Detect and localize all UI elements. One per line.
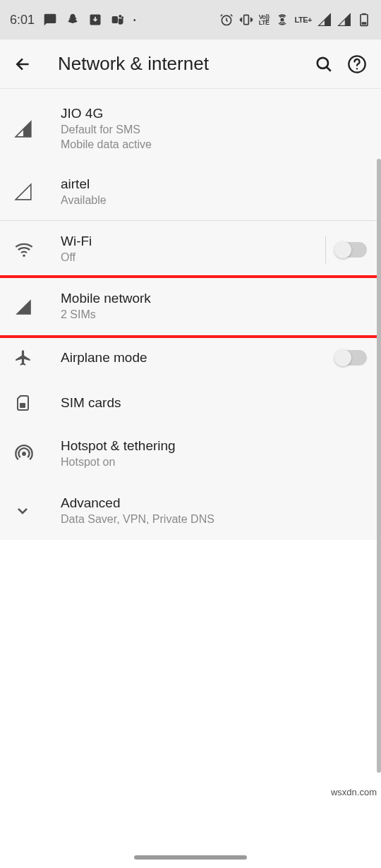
search-icon[interactable]: [315, 55, 333, 73]
svg-point-15: [22, 452, 26, 456]
sim2-name: airtel: [61, 176, 367, 192]
signal-2-icon: [337, 13, 351, 27]
settings-list: JIO 4G Default for SMS Mobile data activ…: [0, 89, 381, 540]
svg-point-3: [121, 16, 123, 18]
battery-icon: [357, 13, 371, 27]
wifi-toggle[interactable]: [336, 242, 367, 258]
signal-1-icon: [318, 13, 332, 27]
alarm-icon: [219, 13, 234, 27]
hotspot-row[interactable]: Hotspot & tethering Hotspot on: [0, 426, 381, 483]
signal-full-icon: [14, 298, 32, 316]
status-time: 6:01: [10, 13, 35, 28]
sim1-sub2: Mobile data active: [61, 138, 367, 152]
separator: [325, 236, 326, 264]
airplane-icon: [14, 349, 32, 367]
wifi-sub: Off: [61, 251, 321, 265]
chevron-down-icon: [14, 502, 31, 519]
wifi-row[interactable]: Wi-Fi Off: [0, 221, 381, 278]
signal-outline-icon: [14, 183, 32, 201]
snapchat-icon: [66, 13, 80, 27]
airplane-label: Airplane mode: [61, 350, 336, 366]
svg-point-2: [119, 15, 121, 18]
app-header: Network & internet: [0, 40, 381, 89]
svg-point-13: [23, 254, 25, 257]
watermark: wsxdn.com: [331, 787, 377, 797]
sim2-sub: Available: [61, 193, 367, 208]
svg-rect-1: [112, 16, 118, 23]
sim1-row[interactable]: JIO 4G Default for SMS Mobile data activ…: [0, 89, 381, 164]
svg-rect-5: [243, 15, 248, 24]
svg-rect-8: [363, 13, 366, 15]
svg-rect-9: [362, 22, 367, 24]
sim2-row[interactable]: airtel Available: [0, 164, 381, 221]
vibrate-icon: [239, 13, 253, 27]
airplane-toggle[interactable]: [336, 350, 367, 366]
hotspot-sub: Hotspot on: [61, 455, 367, 470]
back-icon[interactable]: [14, 55, 32, 73]
advanced-label: Advanced: [61, 495, 367, 511]
help-icon[interactable]: [347, 54, 367, 74]
signal-icon: [14, 120, 32, 138]
airplane-row[interactable]: Airplane mode: [0, 335, 381, 380]
wifi-label: Wi-Fi: [61, 234, 321, 249]
mobile-label: Mobile network: [61, 291, 367, 306]
advanced-row[interactable]: Advanced Data Saver, VPN, Private DNS: [0, 483, 381, 540]
hotspot-icon: [14, 444, 34, 464]
simcard-icon: [14, 394, 31, 412]
svg-point-12: [356, 68, 358, 69]
status-bar: 6:01 • Vo))LTE LTE+: [0, 0, 381, 40]
mobile-sub: 2 SIMs: [61, 308, 367, 323]
dot-icon: •: [133, 16, 136, 24]
lte-label: LTE+: [295, 16, 312, 24]
teams-icon: [111, 13, 125, 27]
sim1-sub1: Default for SMS: [61, 123, 367, 138]
advanced-sub: Data Saver, VPN, Private DNS: [61, 512, 367, 527]
svg-point-10: [318, 57, 328, 68]
hotspot-label: Hotspot & tethering: [61, 438, 367, 454]
wifi-icon: [14, 240, 34, 260]
simcards-label: SIM cards: [61, 395, 367, 411]
sim1-name: JIO 4G: [61, 106, 367, 121]
scrollbar[interactable]: [377, 159, 381, 773]
svg-rect-14: [20, 403, 25, 408]
volte-icon: Vo))LTE: [259, 14, 270, 25]
simcards-row[interactable]: SIM cards: [0, 380, 381, 426]
hotspot-status-icon: [275, 13, 289, 27]
download-icon: [88, 13, 102, 27]
mobile-network-row[interactable]: Mobile network 2 SIMs: [0, 275, 381, 338]
page-title: Network & internet: [58, 53, 301, 75]
nav-handle[interactable]: [134, 855, 247, 860]
svg-point-6: [281, 18, 283, 20]
message-icon: [43, 13, 57, 27]
